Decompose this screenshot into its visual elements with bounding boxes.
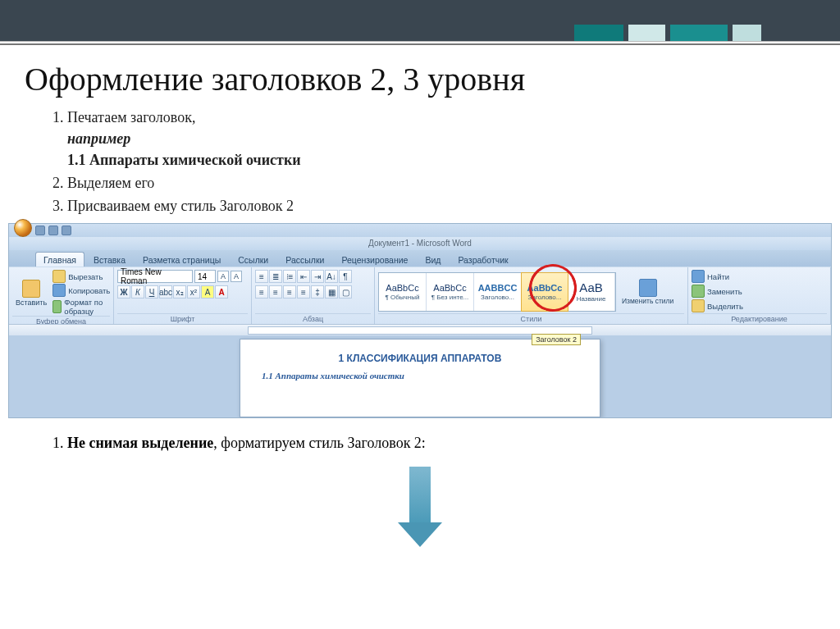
replace-button[interactable]: Заменить (692, 285, 742, 298)
find-label: Найти (707, 272, 729, 281)
style-name-label: Название (577, 295, 606, 303)
slide-bottom-text: Не снимая выделение, форматируем стиль З… (0, 423, 840, 452)
bottom-emphasis: Не снимая выделение (67, 435, 213, 451)
superscript-button[interactable]: x² (187, 285, 200, 299)
step-1-line-a: Печатаем заголовок, (67, 109, 195, 125)
doc-heading-1: 1 КЛАССИФИКАЦИЯ АППАРАТОВ (262, 353, 578, 364)
group-font: Times New Roman 14 A A Ж К Ч abc x₂ x² A… (114, 267, 252, 324)
tab-view[interactable]: Вид (417, 252, 449, 267)
highlight-button[interactable]: A (201, 285, 214, 299)
redo-icon[interactable] (62, 226, 71, 235)
font-color-button[interactable]: A (215, 285, 228, 299)
indent-dec-button[interactable]: ⇤ (297, 270, 310, 283)
tab-developer[interactable]: Разработчик (450, 252, 516, 267)
undo-icon[interactable] (48, 226, 58, 235)
font-name-select[interactable]: Times New Roman (117, 270, 193, 283)
group-editing: Найти Заменить Выделить Редактирование (688, 267, 831, 324)
style-preview: AaBbCc (527, 283, 563, 293)
save-icon[interactable] (35, 226, 45, 235)
group-styles: AaBbCc ¶ Обычный AaBbCc ¶ Без инте... AA… (375, 267, 688, 324)
shading-button[interactable]: ▦ (325, 285, 338, 299)
group-paragraph: ≡ ≣ ⁝≡ ⇤ ⇥ A↓ ¶ ≡ ≡ ≡ ≡ ‡ ▦ ▢ (252, 267, 375, 324)
deco-seg (574, 25, 623, 41)
horizontal-ruler[interactable]: Заголовок 2 (9, 324, 831, 335)
group-clipboard: Вставить Вырезать Копировать Формат по о… (9, 267, 114, 324)
group-label-editing: Редактирование (692, 313, 827, 323)
style-name-label: ¶ Обычный (386, 294, 420, 301)
ribbon: Вставить Вырезать Копировать Формат по о… (9, 267, 831, 324)
document-area[interactable]: 1 КЛАССИФИКАЦИЯ АППАРАТОВ 1.1 Аппараты х… (9, 335, 831, 417)
bottom-rest: , форматируем стиль Заголовок 2: (213, 435, 426, 451)
tab-references[interactable]: Ссылки (230, 252, 276, 267)
numbering-button[interactable]: ≣ (269, 270, 282, 283)
arrow-down-icon (409, 467, 431, 524)
copy-button[interactable]: Копировать (52, 284, 110, 297)
font-size-select[interactable]: 14 (194, 270, 216, 283)
ruler-track (248, 326, 592, 335)
tab-insert[interactable]: Вставка (85, 252, 134, 267)
align-center-button[interactable]: ≡ (269, 285, 282, 299)
scissors-icon (52, 270, 66, 283)
divider (0, 41, 840, 42)
tab-home[interactable]: Главная (35, 252, 84, 267)
deco-seg (733, 25, 761, 41)
bullets-button[interactable]: ≡ (255, 270, 268, 283)
select-label: Выделить (707, 302, 743, 311)
style-no-spacing[interactable]: AaBbCc ¶ Без инте... (427, 273, 474, 311)
arrow-container (0, 467, 840, 524)
title-bar: Документ1 - Microsoft Word (9, 237, 831, 250)
ruler-tooltip: Заголовок 2 (532, 334, 581, 345)
align-justify-button[interactable]: ≡ (297, 285, 310, 299)
deco-seg (670, 25, 728, 41)
paste-label: Вставить (16, 299, 47, 307)
change-styles-label: Изменить стили (622, 298, 673, 305)
paste-button[interactable]: Вставить (12, 278, 50, 308)
sort-button[interactable]: A↓ (325, 270, 338, 283)
step-2: Выделяем его (67, 172, 811, 194)
select-button[interactable]: Выделить (692, 299, 743, 312)
align-right-button[interactable]: ≡ (283, 285, 296, 299)
deco-seg (628, 25, 665, 41)
step-1-line-c: 1.1 Аппараты химической очистки (67, 152, 301, 168)
shrink-font-button[interactable]: A (231, 271, 242, 282)
tab-mailings[interactable]: Рассылки (277, 252, 332, 267)
borders-button[interactable]: ▢ (339, 285, 352, 299)
multilevel-button[interactable]: ⁝≡ (283, 270, 296, 283)
line-spacing-button[interactable]: ‡ (311, 285, 324, 299)
tab-review[interactable]: Рецензирование (333, 252, 416, 267)
italic-button[interactable]: К (131, 285, 144, 299)
style-name-label: Заголово... (528, 294, 562, 301)
style-preview: AaBbCc (386, 283, 418, 293)
paste-icon (22, 280, 40, 298)
document-page: 1 КЛАССИФИКАЦИЯ АППАРАТОВ 1.1 Аппараты х… (240, 339, 600, 417)
show-marks-button[interactable]: ¶ (339, 270, 352, 283)
tab-page-layout[interactable]: Разметка страницы (135, 252, 229, 267)
styles-icon (639, 279, 657, 297)
align-left-button[interactable]: ≡ (255, 285, 268, 299)
styles-gallery[interactable]: AaBbCc ¶ Обычный AaBbCc ¶ Без инте... AA… (378, 272, 616, 312)
style-normal[interactable]: AaBbCc ¶ Обычный (379, 273, 427, 311)
style-title[interactable]: АаВ Название (568, 273, 615, 311)
replace-icon (692, 285, 705, 298)
indent-inc-button[interactable]: ⇥ (311, 270, 324, 283)
brush-icon (52, 300, 62, 313)
bold-button[interactable]: Ж (117, 285, 130, 299)
style-preview: AaBbCc (433, 283, 466, 293)
cut-button[interactable]: Вырезать (52, 270, 110, 283)
office-button[interactable] (14, 219, 32, 237)
style-heading-2[interactable]: AaBbCc Заголово... (521, 272, 568, 312)
replace-label: Заменить (707, 287, 742, 296)
underline-button[interactable]: Ч (145, 285, 158, 299)
grow-font-button[interactable]: A (217, 271, 229, 282)
word-window: Документ1 - Microsoft Word Главная Встав… (8, 223, 832, 418)
cut-label: Вырезать (68, 272, 103, 281)
find-button[interactable]: Найти (692, 270, 729, 283)
quick-access-toolbar (9, 224, 831, 237)
slide-title: Оформление заголовков 2, 3 уровня (0, 45, 840, 107)
subscript-button[interactable]: x₂ (173, 285, 186, 299)
change-styles-button[interactable]: Изменить стили (619, 277, 677, 307)
strike-button[interactable]: abc (159, 285, 172, 299)
style-heading-1[interactable]: AABBCC Заголово... (474, 273, 522, 311)
format-painter-button[interactable]: Формат по образцу (52, 298, 110, 316)
painter-label: Формат по образцу (64, 298, 110, 316)
